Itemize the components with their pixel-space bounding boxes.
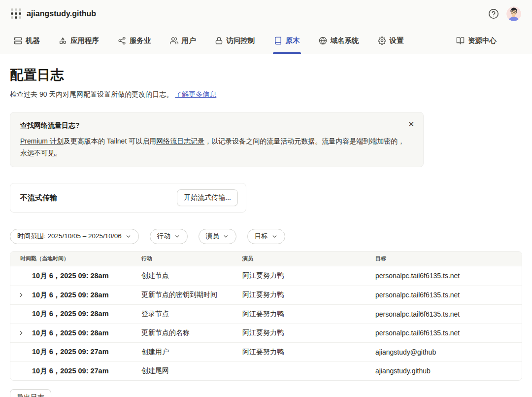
actor-filter[interactable]: 演员 (199, 229, 236, 244)
row-action: 更新节点的密钥到期时间 (141, 290, 242, 299)
table-row: 10月 6，2025 09: 28am 更新节点的名称 阿江要努力鸭 perso… (10, 324, 522, 343)
table-row: 10月 6，2025 09: 27am 创建尾网 ajiangstudy.git… (10, 361, 522, 381)
export-area: 导出日志 (10, 389, 522, 397)
tailscale-logo-icon (11, 8, 21, 19)
chevron-down-icon (174, 233, 180, 240)
org-name: ajiangstudy.github (27, 9, 96, 18)
network-flow-logging-link[interactable]: 网络流日志记录 (156, 137, 204, 145)
filter-bar: 时间范围: 2025/10/05 – 2025/10/06 行动 演员 目标 (10, 229, 522, 244)
row-timestamp: 10月 6，2025 09: 28am (32, 328, 141, 338)
banner-title: 查找网络流量日志? (20, 121, 413, 130)
row-actor: 阿江要努力鸭 (242, 271, 375, 280)
row-timestamp: 10月 6，2025 09: 28am (32, 290, 141, 300)
learn-more-link[interactable]: 了解更多信息 (175, 90, 216, 98)
date-range-filter[interactable]: 时间范围: 2025/10/05 – 2025/10/06 (10, 229, 139, 244)
nav-item-access-controls[interactable]: 访问控制 (215, 27, 255, 54)
row-target: personalpc.tail6f6135.ts.net (375, 310, 522, 318)
chevron-down-icon (271, 233, 278, 240)
nav-label: 访问控制 (227, 36, 255, 45)
chevron-right-icon[interactable] (10, 329, 32, 336)
nav-label: 服务业 (130, 36, 151, 45)
share-nodes-icon (118, 36, 126, 45)
nav-label: 资源中心 (468, 36, 497, 45)
nav-label: 机器 (26, 36, 40, 45)
row-action: 登录节点 (141, 310, 242, 319)
nav-label: 应用程序 (70, 36, 99, 45)
row-timestamp: 10月 6，2025 09: 28am (32, 309, 141, 319)
lock-icon (215, 36, 223, 45)
row-target: ajiangstudy@github (375, 348, 522, 356)
row-target: personalpc.tail6f6135.ts.net (375, 329, 522, 337)
shapes-icon (59, 36, 67, 45)
row-timestamp: 10月 6，2025 09: 28am (32, 271, 141, 281)
globe-icon (319, 36, 327, 45)
top-bar: ajiangstudy.github (0, 0, 532, 27)
banner-body: Premium 计划及更高版本的 Tailnet 可以启用网络流日志记录，以记录… (20, 135, 409, 159)
close-icon[interactable]: ✕ (408, 120, 414, 128)
table-row: 10月 6，2025 09: 28am 登录节点 阿江要努力鸭 personal… (10, 304, 522, 324)
row-actor: 阿江要努力鸭 (242, 328, 375, 337)
table-header-row: 时间戳（当地时间） 行动 演员 目标 (10, 252, 522, 266)
target-filter[interactable]: 目标 (247, 229, 285, 244)
nav-item-services[interactable]: 服务业 (118, 27, 151, 54)
config-log-table: 时间戳（当地时间） 行动 演员 目标 10月 6，2025 09: 28am 创… (10, 251, 522, 381)
date-range-label: 时间范围: 2025/10/05 – 2025/10/06 (17, 232, 122, 241)
start-streaming-button[interactable]: 开始流式传输... (177, 189, 238, 206)
page-subtitle: 检查过去 90 天内对尾网配置设置所做的更改的日志。 了解更多信息 (10, 90, 522, 99)
nav-label: 设置 (390, 36, 404, 45)
nav-item-users[interactable]: 用户 (170, 27, 196, 54)
row-target: personalpc.tail6f6135.ts.net (375, 291, 522, 299)
help-icon[interactable] (488, 8, 499, 20)
nav-item-settings[interactable]: 设置 (378, 27, 404, 54)
streaming-status-card: 不流式传输 开始流式传输... (10, 183, 246, 213)
table-row: 10月 6，2025 09: 28am 创建节点 阿江要努力鸭 personal… (10, 266, 522, 286)
action-filter[interactable]: 行动 (150, 229, 188, 244)
subtitle-text: 检查过去 90 天内对尾网配置设置所做的更改的日志。 (10, 90, 173, 98)
nav-label: 原木 (286, 36, 300, 45)
user-avatar[interactable] (506, 6, 521, 21)
col-target: 目标 (375, 255, 522, 262)
gear-icon (378, 36, 386, 45)
col-actor: 演员 (242, 255, 375, 262)
open-book-icon (456, 36, 465, 45)
col-timestamp: 时间戳（当地时间） (20, 255, 141, 262)
book-icon (274, 36, 282, 45)
table-row: 10月 6，2025 09: 28am 更新节点的密钥到期时间 阿江要努力鸭 p… (10, 286, 522, 305)
actor-filter-label: 演员 (206, 232, 219, 241)
nav-item-logs[interactable]: 原木 (274, 27, 300, 54)
main-nav: 机器 应用程序 服务业 用户 访问控制 原木 (0, 27, 532, 54)
action-filter-label: 行动 (157, 232, 170, 241)
row-action: 更新节点的名称 (141, 328, 242, 337)
page-title: 配置日志 (10, 66, 522, 84)
chevron-right-icon[interactable] (10, 291, 32, 298)
chevron-down-icon (125, 233, 132, 240)
streaming-status: 不流式传输 (20, 193, 57, 203)
target-filter-label: 目标 (255, 232, 268, 241)
main-content: 配置日志 检查过去 90 天内对尾网配置设置所做的更改的日志。 了解更多信息 查… (0, 54, 532, 397)
row-timestamp: 10月 6，2025 09: 27am (32, 366, 141, 376)
row-action: 创建节点 (141, 271, 242, 280)
nav-label: 域名系统 (331, 36, 359, 45)
row-target: ajiangstudy.github (375, 367, 522, 375)
row-action: 创建尾网 (141, 366, 242, 375)
nav-item-apps[interactable]: 应用程序 (59, 27, 99, 54)
nav-item-dns[interactable]: 域名系统 (319, 27, 359, 54)
row-timestamp: 10月 6，2025 09: 27am (32, 347, 141, 357)
row-target: personalpc.tail6f6135.ts.net (375, 272, 522, 280)
export-logs-button[interactable]: 导出日志 (10, 389, 51, 397)
premium-plan-link[interactable]: Premium 计划 (20, 137, 64, 145)
network-flow-logs-banner: 查找网络流量日志? ✕ Premium 计划及更高版本的 Tailnet 可以启… (10, 112, 424, 167)
row-action: 创建用户 (141, 348, 242, 357)
row-actor: 阿江要努力鸭 (242, 290, 375, 299)
nav-item-resource-center[interactable]: 资源中心 (456, 27, 497, 54)
users-icon (170, 36, 178, 45)
row-actor: 阿江要努力鸭 (242, 348, 375, 357)
banner-body-text: 及更高版本的 Tailnet 可以启用 (64, 137, 156, 145)
nav-item-machines[interactable]: 机器 (14, 27, 40, 54)
server-icon (14, 36, 22, 45)
table-row: 10月 6，2025 09: 27am 创建用户 阿江要努力鸭 ajiangst… (10, 342, 522, 361)
row-actor: 阿江要努力鸭 (242, 310, 375, 319)
nav-label: 用户 (182, 36, 196, 45)
col-action: 行动 (141, 255, 242, 262)
chevron-down-icon (223, 233, 229, 240)
